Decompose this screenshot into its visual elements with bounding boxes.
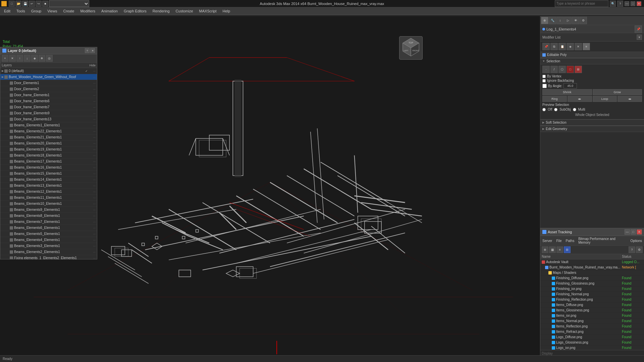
by-angle-input[interactable]: [564, 83, 577, 88]
asset-maximize-btn[interactable]: □: [631, 229, 636, 235]
layer-render-btn[interactable]: ◎: [46, 55, 53, 62]
layer-close-btn[interactable]: ✕: [90, 48, 95, 53]
layer-item[interactable]: Beams_Elements11_Elements1···: [0, 195, 97, 201]
preview-multi-radio[interactable]: [573, 108, 576, 111]
layer-down-btn[interactable]: ↓: [24, 55, 31, 62]
layer-options-icon[interactable]: ···: [89, 232, 96, 236]
layer-options-icon[interactable]: ···: [89, 130, 96, 133]
menu-animation[interactable]: Animation: [99, 7, 120, 14]
soft-selection-header[interactable]: ▶ Soft Selection: [540, 119, 644, 126]
ring-btn[interactable]: Ring: [542, 96, 567, 102]
modifier-tab-create[interactable]: ⊕: [541, 17, 548, 24]
open-btn[interactable]: 📂: [15, 1, 21, 7]
layer-item[interactable]: Beams_Elements17_Elements1···: [0, 159, 97, 165]
layer-options-icon[interactable]: ···: [89, 118, 96, 121]
layer-options-icon[interactable]: ···: [89, 172, 96, 175]
layer-help-btn[interactable]: ?: [85, 48, 90, 53]
close-btn[interactable]: ✕: [637, 1, 641, 6]
layer-item[interactable]: Beams_Elements16_Elements1···: [0, 165, 97, 171]
layer-options-icon[interactable]: ···: [89, 244, 96, 248]
menu-views[interactable]: Views: [45, 7, 60, 14]
ring-arrow-btn[interactable]: ◂▸: [568, 96, 592, 102]
layer-item[interactable]: Beams_Elements19_Elements1···: [0, 146, 97, 153]
layer-options-icon[interactable]: ···: [89, 69, 96, 73]
layer-item[interactable]: Beams_Elements1_Elements1···: [0, 122, 97, 128]
layer-item[interactable]: Beams_Elements15_Elements1···: [0, 171, 97, 177]
layer-options-icon[interactable]: ···: [89, 220, 96, 224]
layer-item[interactable]: Door_frame_Elements9···: [0, 110, 97, 116]
layer-options-icon[interactable]: ···: [89, 154, 96, 157]
layer-options-icon[interactable]: ···: [89, 256, 96, 259]
mod-show-all-icon[interactable]: ≡: [583, 43, 590, 50]
undo-btn[interactable]: ↩: [29, 1, 35, 7]
modifier-tab-hierarchy[interactable]: ↕: [556, 17, 564, 24]
layer-options-icon[interactable]: ···: [89, 238, 96, 242]
asset-menu-bitmap[interactable]: Bitmap Performance and Memory: [578, 237, 627, 245]
layer-item[interactable]: Beams_Elements10_Elements1···: [0, 201, 97, 207]
layer-item[interactable]: Beams_Elements8_Elements1···: [0, 213, 97, 219]
layer-item[interactable]: Beams_Elements2_Elements1···: [0, 249, 97, 255]
asset-row[interactable]: Items_Glossiness.png Found: [540, 308, 644, 313]
layer-item[interactable]: Door_frame_Elements7···: [0, 104, 97, 110]
layer-options-icon[interactable]: ···: [89, 160, 96, 163]
mod-copy-icon[interactable]: ⧉: [550, 43, 558, 50]
layer-options-icon[interactable]: ···: [89, 106, 96, 109]
layer-item[interactable]: Beams_Elements3_Elements1···: [0, 243, 97, 249]
ignore-backfacing-checkbox[interactable]: [542, 79, 546, 82]
asset-row[interactable]: Logs_ior.png Found: [540, 345, 644, 350]
workspace-select[interactable]: Workspace: Default: [49, 0, 89, 7]
asset-row[interactable]: Items_Normal.png Found: [540, 318, 644, 324]
loop-btn[interactable]: Loop: [593, 96, 617, 102]
asset-row[interactable]: Finishing_Diffuse.png Found: [540, 276, 644, 281]
preview-subobj-radio[interactable]: [554, 108, 557, 111]
asset-menu-server[interactable]: Server: [542, 239, 553, 243]
maximize-btn[interactable]: □: [631, 1, 635, 6]
asset-row[interactable]: Finishing_Reflection.png Found: [540, 297, 644, 302]
new-btn[interactable]: □: [9, 1, 15, 7]
mod-pin-icon[interactable]: 📌: [542, 43, 550, 50]
modifier-pin-btn[interactable]: 📌: [635, 25, 642, 33]
layer-delete-btn[interactable]: ✕: [9, 55, 16, 62]
grow-btn[interactable]: Grow: [593, 89, 642, 95]
layer-options-icon[interactable]: ···: [89, 136, 96, 139]
layer-item[interactable]: ▶Burnt_Wooden_House_Green_Without_Roof··…: [0, 74, 97, 80]
minimize-btn[interactable]: —: [625, 1, 629, 6]
asset-row[interactable]: Items_Reflection.png Found: [540, 324, 644, 329]
shrink-btn[interactable]: Shrink: [542, 89, 592, 95]
sel-vertex-icon[interactable]: ·: [542, 66, 550, 73]
mod-delete-icon[interactable]: ✕: [575, 43, 582, 50]
sel-border-icon[interactable]: ⬡: [558, 66, 566, 73]
layer-item[interactable]: Door_Elements1···: [0, 80, 97, 86]
asset-row[interactable]: Finishing_Normal.png Found: [540, 292, 644, 297]
layer-item[interactable]: Beams_Elements21_Elements1···: [0, 134, 97, 140]
asset-tb-1[interactable]: ⊕: [542, 246, 548, 253]
layer-options-icon[interactable]: ···: [89, 142, 96, 145]
layer-options-icon[interactable]: ···: [89, 100, 96, 103]
modifier-tab-modify[interactable]: 🔧: [549, 17, 556, 24]
layer-options-icon[interactable]: ···: [89, 178, 96, 181]
menu-help[interactable]: Help: [220, 7, 233, 14]
mod-paste-icon[interactable]: 📋: [558, 43, 566, 50]
layer-item[interactable]: Door_frame_Elements1···: [0, 92, 97, 98]
asset-row[interactable]: Finishing_ior.png Found: [540, 286, 644, 292]
layer-new-btn[interactable]: +: [2, 55, 8, 62]
layer-options-icon[interactable]: ···: [89, 87, 96, 91]
layer-item[interactable]: Door_Elements2···: [0, 86, 97, 92]
asset-menu-file[interactable]: File: [555, 239, 562, 243]
layer-options-icon[interactable]: ···: [89, 208, 96, 212]
help-icon[interactable]: ?: [617, 1, 623, 7]
layer-item[interactable]: ▶0 (default)✓···: [0, 68, 97, 74]
save-btn[interactable]: 💾: [22, 1, 28, 7]
layer-options-icon[interactable]: ···: [89, 202, 96, 205]
asset-tb-3[interactable]: ≡: [556, 246, 563, 253]
menu-group[interactable]: Group: [29, 7, 44, 14]
asset-row[interactable]: Maps / Shaders: [540, 270, 644, 276]
search-input[interactable]: [555, 0, 608, 7]
layer-options-icon[interactable]: ···: [89, 250, 96, 254]
layer-item[interactable]: Door_frame_Elements13···: [0, 116, 97, 122]
menu-customize[interactable]: Customize: [173, 7, 196, 14]
search-icon[interactable]: 🔍: [610, 1, 616, 7]
asset-row[interactable]: Autodesk Vault Logged O...: [540, 259, 644, 265]
layer-options-icon[interactable]: ···: [89, 94, 96, 97]
sel-edge-icon[interactable]: /: [550, 66, 558, 73]
